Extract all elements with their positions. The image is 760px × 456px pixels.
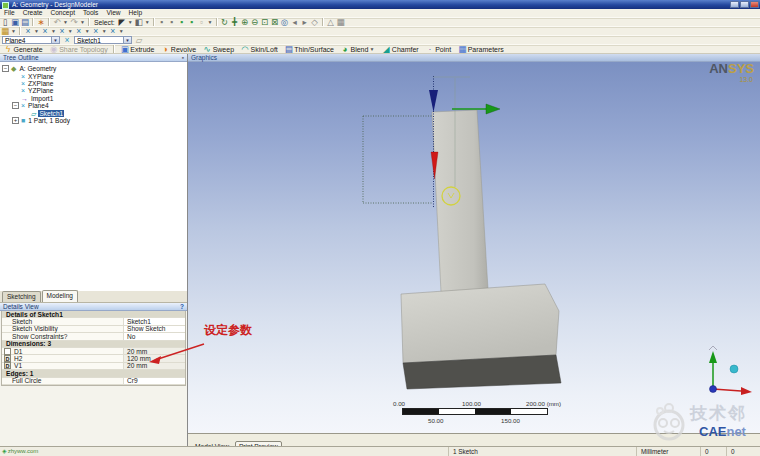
details-value[interactable]: 20 mm — [124, 348, 185, 354]
tree-item-zxplane[interactable]: ×ZXPlane — [0, 80, 187, 87]
details-value[interactable]: 20 mm — [124, 363, 185, 369]
ansys-version: 13.0 — [686, 76, 754, 83]
button-generate[interactable]: ϟGenerate — [0, 44, 46, 54]
help-icon[interactable]: ? — [180, 303, 184, 310]
button-sweep[interactable]: ∿Sweep — [199, 44, 237, 54]
button-label: Skin/Loft — [251, 46, 278, 53]
menu-file[interactable]: File — [0, 9, 19, 17]
collapse-icon[interactable]: − — [2, 65, 9, 72]
parameter-checkbox[interactable]: D — [4, 355, 11, 362]
button-skin-loft[interactable]: ◠Skin/Loft — [237, 44, 281, 54]
graphics-viewport[interactable] — [188, 62, 760, 433]
standard-toolbar: ▯▣▤∗↶▼↷▼Select:◤▼◧▼▪▪▪▪▫▼↻╋⊕⊖⊡⊠◎◂▸◇△▦ — [0, 17, 760, 26]
button-label: Sweep — [213, 46, 234, 53]
tree-item-xyplane[interactable]: ×XYPlane — [0, 72, 187, 79]
share-topology-icon: ◉ — [49, 45, 58, 54]
button-label: Chamfer — [392, 46, 419, 53]
button-point[interactable]: ∙Point — [422, 44, 454, 54]
separator — [216, 18, 218, 26]
dropdown-caret-icon[interactable]: ▼ — [369, 46, 374, 52]
tab-modeling[interactable]: Modeling — [42, 290, 78, 302]
parameter-checkbox[interactable]: D — [4, 362, 11, 369]
tree-outline: −◆A: Geometry×XYPlane×ZXPlane×YZPlane→Im… — [0, 62, 187, 291]
button-blend[interactable]: ◕Blend▼ — [337, 44, 378, 54]
tree-item-a-geometry[interactable]: −◆A: Geometry — [0, 65, 187, 72]
ansys-logo-text: AN — [709, 61, 728, 76]
separator — [113, 45, 115, 53]
tree-item-import1[interactable]: →Import1 — [0, 95, 187, 102]
collapse-icon[interactable]: − — [12, 102, 19, 109]
details-value[interactable]: 120 mm — [124, 355, 185, 361]
dropdown-caret-icon[interactable]: ▼ — [11, 28, 16, 34]
details-label: DH2 — [2, 355, 124, 361]
button-thin-surface[interactable]: ▤Thin/Surface — [281, 44, 337, 54]
details-value[interactable]: No — [124, 333, 185, 339]
graphics-header: Graphics — [188, 54, 760, 62]
plane-icon: × — [21, 87, 25, 94]
details-table: Details of Sketch1SketchSketch1Sketch Vi… — [1, 311, 186, 386]
dropdown-caret-icon[interactable]: ▼ — [128, 19, 133, 25]
dropdown-caret-icon[interactable]: ▼ — [102, 28, 107, 34]
geometry-icon: ◆ — [11, 65, 16, 72]
close-button[interactable] — [750, 1, 759, 8]
blend-icon: ◕ — [340, 45, 349, 54]
jishulin-watermark: 技术邻 — [690, 402, 747, 425]
ruler-label: 0.00 — [393, 400, 405, 407]
dropdown-caret-icon[interactable]: ▼ — [51, 28, 56, 34]
menu-tools[interactable]: Tools — [79, 9, 102, 17]
plane-combobox-value: Plane4 — [3, 37, 51, 44]
ruler-label: 150.00 — [501, 417, 520, 424]
sketch-combobox[interactable]: Sketch1 ▼ — [74, 36, 132, 44]
button-parameters[interactable]: ▦Parameters — [454, 44, 507, 54]
pin-icon[interactable]: ▪ — [182, 54, 184, 61]
tree-item-label: Import1 — [30, 95, 54, 102]
maximize-button[interactable] — [740, 1, 749, 8]
sketch-combobox-caret-icon[interactable]: ▼ — [123, 37, 131, 43]
expand-icon[interactable]: + — [12, 117, 19, 124]
import-icon: → — [21, 95, 28, 102]
details-value[interactable]: Sketch1 — [124, 318, 185, 324]
status-cell: 0 — [726, 447, 760, 456]
dropdown-caret-icon[interactable]: ▼ — [34, 28, 39, 34]
window-title: A: Geometry - DesignModeler — [12, 1, 98, 8]
select-label: Select: — [94, 19, 115, 26]
generate-icon: ϟ — [4, 45, 13, 54]
details-label: Sketch — [2, 318, 124, 324]
menu-concept[interactable]: Concept — [46, 9, 79, 17]
plane-icon: × — [21, 80, 25, 87]
body-icon: ■ — [21, 117, 25, 124]
tree-item-plane4[interactable]: −×Plane4 — [0, 102, 187, 109]
minimize-button[interactable] — [730, 1, 739, 8]
dropdown-caret-icon[interactable]: ▼ — [145, 19, 150, 25]
button-extrude[interactable]: ▣Extrude — [117, 44, 158, 54]
mode-tabs: SketchingModeling — [0, 291, 187, 303]
parameter-checkbox[interactable] — [4, 348, 11, 355]
details-row: D120 mm — [2, 348, 185, 355]
menu-create[interactable]: Create — [19, 9, 47, 17]
button-label: Revolve — [171, 46, 196, 53]
ruler-label: 50.00 — [428, 417, 443, 424]
tree-item-yzplane[interactable]: ×YZPlane — [0, 87, 187, 94]
tree-item-sketch1[interactable]: ▱Sketch1 — [0, 109, 187, 116]
left-panel: Tree Outline ▪ −◆A: Geometry×XYPlane×ZXP… — [0, 54, 188, 446]
menu-view[interactable]: View — [102, 9, 124, 17]
button-revolve[interactable]: ◑Revolve — [157, 44, 199, 54]
button-label: Generate — [14, 46, 43, 53]
plane-combobox-caret-icon[interactable]: ▼ — [51, 37, 59, 43]
menu-help[interactable]: Help — [125, 9, 147, 17]
dropdown-caret-icon[interactable]: ▼ — [85, 28, 90, 34]
details-value[interactable]: Show Sketch — [124, 326, 185, 332]
dropdown-caret-icon[interactable]: ▼ — [80, 19, 85, 25]
dropdown-caret-icon[interactable]: ▼ — [68, 28, 73, 34]
tab-sketching[interactable]: Sketching — [2, 291, 41, 302]
plane-combobox[interactable]: Plane4 ▼ — [2, 36, 60, 44]
details-value[interactable]: Cr9 — [124, 378, 185, 384]
dropdown-caret-icon[interactable]: ▼ — [208, 19, 213, 25]
thin-surface-icon: ▤ — [284, 45, 293, 54]
dropdown-caret-icon[interactable]: ▼ — [63, 19, 68, 25]
tree-item-1-part-1-body[interactable]: +■1 Part, 1 Body — [0, 117, 187, 124]
button-chamfer[interactable]: ◢Chamfer — [378, 44, 421, 54]
dropdown-caret-icon[interactable]: ▼ — [119, 28, 124, 34]
status-cell: 1 Sketch — [448, 447, 636, 456]
details-label: D1 — [2, 348, 124, 354]
